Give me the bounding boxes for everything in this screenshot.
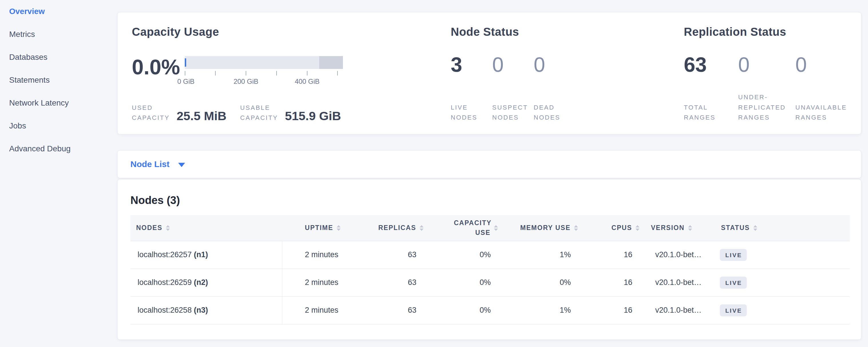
total-ranges-label: TOTAL RANGES [684,102,738,122]
status-badge: LIVE [720,304,747,316]
nodes-table: NODES UPTIME REPLICAS CAPACITY USE MEMOR [130,215,850,324]
sidebar-item-databases[interactable]: Databases [9,46,117,69]
main-content: Capacity Usage 0.0% [117,0,868,347]
under-replicated-ranges-label: UNDER- REPLICATED RANGES [738,92,795,122]
node-replicas: 63 [346,269,429,296]
node-id: (n1) [194,250,208,259]
suspect-nodes-value: 0 [492,54,534,75]
axis-tick [337,71,338,75]
sidebar: Overview Metrics Databases Statements Ne… [0,0,117,347]
used-capacity-value: 25.5 MiB [177,110,226,122]
node-address[interactable]: localhost:26258 [137,306,192,314]
sort-icon [753,225,757,231]
table-row-node-1[interactable]: localhost:26257 (n1) 2 minutes 63 0% 1% … [130,241,850,269]
dead-nodes-value: 0 [534,54,575,75]
under-replicated-ranges-stat: 0 UNDER- REPLICATED RANGES [738,54,795,122]
column-header-memory-use[interactable]: MEMORY USE [504,215,584,241]
capacity-bar-remainder-segment [319,56,343,69]
under-replicated-ranges-value: 0 [738,54,795,75]
sort-icon [337,225,341,231]
chevron-down-icon [178,163,185,167]
table-row-node-3[interactable]: localhost:26258 (n3) 2 minutes 63 0% 1% … [130,296,850,324]
live-nodes-value: 3 [451,54,492,75]
axis-tick [215,71,216,75]
sidebar-item-statements[interactable]: Statements [9,69,117,92]
node-id: (n3) [194,306,208,314]
dead-nodes-stat: 0 DEAD NODES [534,54,575,122]
node-capacity-use: 0% [429,296,504,324]
suspect-nodes-label: SUSPECT NODES [492,102,534,122]
sort-icon [420,225,424,231]
node-version: v20.1.0-bet… [645,241,715,269]
axis-tick [246,71,246,75]
nodes-table-header-row: NODES UPTIME REPLICAS CAPACITY USE MEMOR [130,215,850,241]
suspect-nodes-stat: 0 SUSPECT NODES [492,54,534,122]
sort-icon [574,225,578,231]
sidebar-item-overview[interactable]: Overview [9,0,117,23]
node-version: v20.1.0-bet… [645,269,715,296]
node-id: (n2) [194,278,208,287]
sidebar-item-jobs[interactable]: Jobs [9,115,117,137]
unavailable-ranges-value: 0 [795,54,847,75]
column-header-status[interactable]: STATUS [715,215,850,241]
sidebar-item-advanced-debug[interactable]: Advanced Debug [9,137,117,160]
capacity-bar-used-marker [185,58,186,67]
capacity-usage-title: Capacity Usage [132,26,451,38]
sort-icon [166,225,170,231]
node-cpus: 16 [584,269,645,296]
node-list-selector[interactable]: Node List [117,150,861,178]
node-replicas: 63 [346,241,429,269]
sidebar-item-metrics[interactable]: Metrics [9,23,117,46]
column-header-capacity-use[interactable]: CAPACITY USE [429,215,504,241]
node-capacity-use: 0% [429,269,504,296]
node-replicas: 63 [346,296,429,324]
usable-capacity-label: USABLE CAPACITY [240,103,278,123]
cluster-summary-card: Capacity Usage 0.0% [117,12,861,134]
live-nodes-label: LIVE NODES [451,102,492,122]
status-badge: LIVE [720,277,747,289]
capacity-usage-panel: Capacity Usage 0.0% [132,26,451,134]
usable-capacity-stat: USABLE CAPACITY 515.9 GiB [240,103,341,123]
nodes-table-card: Nodes (3) NODES UPTIME REP [117,179,861,340]
total-ranges-stat: 63 TOTAL RANGES [684,54,738,122]
dead-nodes-label: DEAD NODES [534,102,575,122]
used-capacity-stat: USED CAPACITY 25.5 MiB [132,103,226,123]
used-capacity-label: USED CAPACITY [132,103,169,123]
node-memory-use: 1% [504,296,584,324]
column-header-uptime[interactable]: UPTIME [282,215,346,241]
status-badge: LIVE [720,249,747,261]
node-capacity-use: 0% [429,241,504,269]
capacity-axis: 0 GiB 200 GiB 400 GiB [185,69,343,86]
unavailable-ranges-label: UNAVAILABLE RANGES [795,102,847,122]
live-nodes-stat: 3 LIVE NODES [451,54,492,122]
axis-tick [185,71,185,75]
table-row-node-2[interactable]: localhost:26259 (n2) 2 minutes 63 0% 0% … [130,269,850,296]
node-address[interactable]: localhost:26259 [137,278,192,287]
column-header-nodes[interactable]: NODES [130,215,282,241]
node-status-title: Node Status [451,26,684,38]
capacity-bar-chart: 0 GiB 200 GiB 400 GiB [185,56,343,86]
column-header-cpus[interactable]: CPUS [584,215,645,241]
node-status-panel: Node Status 3 LIVE NODES 0 SUSPECT NODE [451,26,684,134]
axis-label-200gib: 200 GiB [234,77,258,86]
node-cpus: 16 [584,241,645,269]
app-root: Overview Metrics Databases Statements Ne… [0,0,868,347]
axis-tick [307,71,307,75]
replication-status-title: Replication Status [684,26,861,38]
axis-label-400gib: 400 GiB [295,77,320,86]
capacity-percent: 0.0% [132,57,185,86]
sort-icon [688,225,692,231]
sort-icon [494,225,498,231]
node-memory-use: 1% [504,241,584,269]
node-memory-use: 0% [504,269,584,296]
axis-tick [276,71,277,75]
node-version: v20.1.0-bet… [645,296,715,324]
column-header-version[interactable]: VERSION [645,215,715,241]
unavailable-ranges-stat: 0 UNAVAILABLE RANGES [795,54,847,122]
sidebar-item-network-latency[interactable]: Network Latency [9,92,117,115]
nodes-table-title: Nodes (3) [130,194,850,207]
column-header-replicas[interactable]: REPLICAS [346,215,429,241]
usable-capacity-value: 515.9 GiB [285,110,341,122]
node-address[interactable]: localhost:26257 [137,250,192,259]
node-list-selector-label: Node List [130,159,169,169]
